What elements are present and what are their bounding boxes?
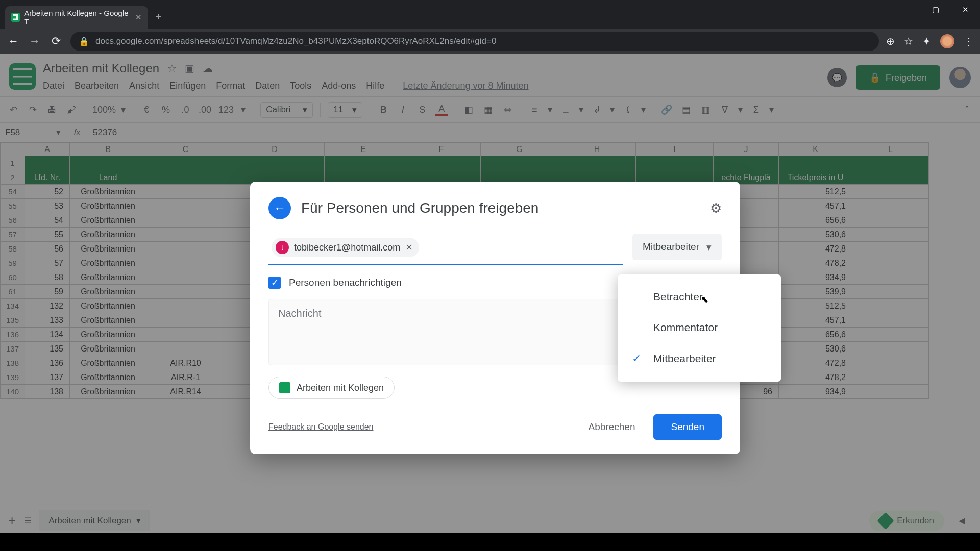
bookmark-icon[interactable]: ☆: [904, 35, 913, 47]
recipient-chip[interactable]: t tobibecker1@hotmail.com ✕: [272, 238, 419, 257]
send-button[interactable]: Senden: [653, 414, 722, 440]
notify-label: Personen benachrichtigen: [289, 277, 402, 288]
remove-recipient-icon[interactable]: ✕: [405, 242, 413, 253]
sheets-favicon-icon: [11, 13, 20, 22]
nav-reload-button[interactable]: ⟳: [49, 35, 63, 48]
role-option-mitbearbeiter[interactable]: ✓Mitbearbeiter: [618, 343, 781, 374]
nav-forward-button[interactable]: →: [28, 35, 42, 48]
tab-title: Arbeiten mit Kollegen - Google T: [24, 9, 131, 26]
role-option-kommentator[interactable]: Kommentator: [618, 312, 781, 343]
browser-tab[interactable]: Arbeiten mit Kollegen - Google T ✕: [5, 6, 148, 29]
window-maximize-button[interactable]: ▢: [921, 0, 950, 19]
attachment-chip: Arbeiten mit Kollegen: [268, 377, 395, 399]
lock-icon: 🔒: [79, 36, 89, 47]
browser-profile-avatar[interactable]: [940, 34, 954, 48]
role-dropdown[interactable]: Mitbearbeiter ▾: [632, 234, 722, 260]
cancel-button[interactable]: Abbrechen: [576, 414, 648, 440]
cursor-icon: ⬉: [701, 294, 708, 305]
window-close-button[interactable]: ✕: [950, 0, 980, 19]
role-option-label: Betrachter: [653, 291, 703, 303]
tab-close-icon[interactable]: ✕: [135, 13, 142, 22]
role-selected-label: Mitbearbeiter: [643, 241, 699, 253]
settings-gear-icon[interactable]: ⚙: [710, 201, 722, 216]
dialog-back-button[interactable]: ←: [268, 197, 291, 219]
window-minimize-button[interactable]: —: [891, 0, 921, 19]
sheets-icon: [279, 382, 290, 393]
role-option-betrachter[interactable]: Betrachter: [618, 282, 781, 312]
dialog-title: Für Personen und Gruppen freigeben: [301, 200, 538, 216]
chevron-down-icon: ▾: [706, 241, 712, 253]
notify-checkbox[interactable]: ✓: [268, 277, 281, 289]
nav-back-button[interactable]: ←: [6, 35, 20, 48]
browser-menu-icon[interactable]: ⋮: [964, 35, 974, 47]
new-tab-button[interactable]: +: [148, 10, 169, 29]
attachment-label: Arbeiten mit Kollegen: [297, 383, 384, 393]
feedback-link[interactable]: Feedback an Google senden: [268, 422, 373, 432]
people-input[interactable]: t tobibecker1@hotmail.com ✕: [268, 234, 623, 265]
recipient-avatar-icon: t: [276, 241, 289, 254]
extensions-icon[interactable]: ✦: [922, 35, 931, 47]
url-text: docs.google.com/spreadsheets/d/10TVamqMz…: [95, 36, 496, 46]
zoom-icon[interactable]: ⊕: [886, 35, 895, 47]
message-placeholder: Nachricht: [278, 308, 321, 319]
role-option-label: Kommentator: [653, 321, 718, 334]
role-menu: BetrachterKommentator✓Mitbearbeiter: [618, 274, 781, 382]
address-bar[interactable]: 🔒 docs.google.com/spreadsheets/d/10TVamq…: [70, 32, 879, 51]
role-option-label: Mitbearbeiter: [653, 353, 716, 365]
recipient-email: tobibecker1@hotmail.com: [294, 242, 400, 253]
check-icon: ✓: [632, 352, 645, 365]
